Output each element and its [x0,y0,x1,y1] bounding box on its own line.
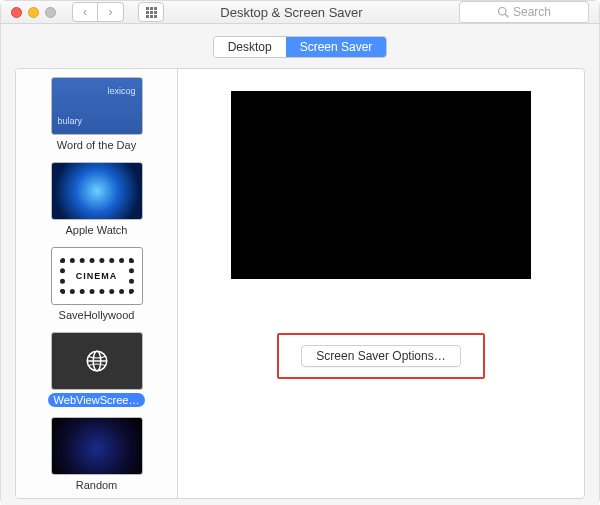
list-item-label: Random [70,478,124,492]
highlight-box: Screen Saver Options… [277,333,484,379]
list-item[interactable]: CINEMA SaveHollywood [16,243,177,328]
cinema-ticket-icon: CINEMA [60,258,134,294]
close-icon[interactable] [11,7,22,18]
footer: Start after: 20 Minutes Show with clock … [15,499,585,505]
minimize-icon[interactable] [28,7,39,18]
tab-switcher: Desktop Screen Saver [15,36,585,58]
tab-screen-saver[interactable]: Screen Saver [286,37,387,57]
content-box: Word of the Day Apple Watch CINEMA SaveH… [15,68,585,499]
thumbnail-word-of-the-day [51,77,143,135]
screen-saver-options-button[interactable]: Screen Saver Options… [301,345,460,367]
list-item[interactable]: Random [16,413,177,498]
svg-line-1 [505,14,508,17]
thumbnail-savehollywood: CINEMA [51,247,143,305]
thumbnail-random [51,417,143,475]
list-item-label: SaveHollywood [53,308,141,322]
thumbnail-webviewscreensaver [51,332,143,390]
chevron-right-icon: › [109,5,113,19]
preferences-window: ‹ › Desktop & Screen Saver Search Deskto… [0,0,600,505]
nav-buttons: ‹ › [72,2,124,22]
screensaver-list[interactable]: Word of the Day Apple Watch CINEMA SaveH… [16,69,178,498]
back-button[interactable]: ‹ [72,2,98,22]
window-controls [11,7,56,18]
tab-desktop[interactable]: Desktop [214,37,286,57]
list-item-label: WebViewScree… [48,393,146,407]
search-icon [497,6,509,18]
search-placeholder: Search [513,5,551,19]
list-item[interactable]: WebViewScree… [16,328,177,413]
window-title: Desktop & Screen Saver [132,5,451,20]
list-item[interactable]: Apple Watch [16,158,177,243]
list-item-label: Apple Watch [60,223,134,237]
svg-point-0 [498,8,506,16]
panel: Desktop Screen Saver Word of the Day App… [1,24,599,505]
globe-icon [82,346,112,376]
titlebar: ‹ › Desktop & Screen Saver Search [1,1,599,24]
screensaver-preview [231,91,531,279]
list-item[interactable]: Word of the Day [16,73,177,158]
thumbnail-apple-watch [51,162,143,220]
zoom-icon[interactable] [45,7,56,18]
main-area: Screen Saver Options… [178,69,584,498]
chevron-left-icon: ‹ [83,5,87,19]
forward-button[interactable]: › [98,2,124,22]
list-item-label: Word of the Day [51,138,142,152]
search-field[interactable]: Search [459,1,589,23]
